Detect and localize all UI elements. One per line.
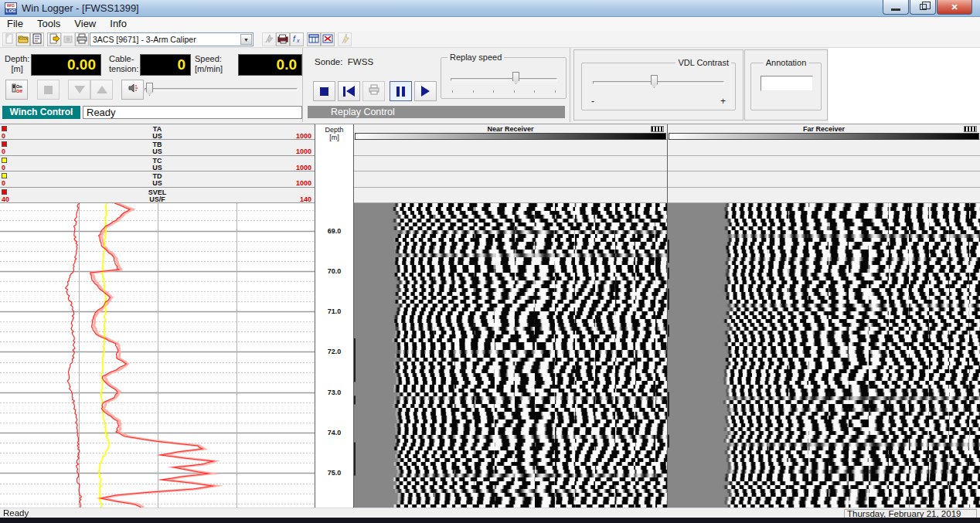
new-file-icon — [4, 33, 15, 46]
app-icon-top: WG — [7, 3, 15, 8]
taskbar-edge — [0, 518, 980, 523]
vdl-contrast-slider[interactable] — [593, 81, 724, 84]
track-header: TA0US1000TB0US1000TC0US1000TD0US1000SVEL… — [0, 124, 315, 203]
menu-tools[interactable]: Tools — [30, 17, 67, 31]
sonde-label: Sonde: FWSS — [315, 57, 373, 66]
far-receiver-panel: Far Receiver — [668, 124, 980, 508]
track-row-svel: SVEL40US/F140 — [0, 188, 315, 203]
log-book-icon — [32, 33, 43, 46]
vdl-contrast-slider-thumb[interactable] — [651, 75, 658, 88]
track-unit: US — [0, 179, 315, 187]
snapshot-button[interactable] — [61, 32, 75, 46]
chevron-down-icon[interactable]: ▼ — [240, 34, 252, 45]
replay-rewind-button[interactable] — [338, 81, 360, 101]
cable-tension-label: Cable-tension: — [109, 54, 139, 74]
track-unit: US — [0, 148, 315, 155]
toolbar: 3ACS [9671] - 3-Arm Caliper ▼ fx — [0, 31, 980, 48]
connect-button[interactable] — [262, 32, 276, 46]
near-receiver-vdl[interactable] — [354, 203, 667, 508]
far-receiver-label: Far Receiver — [668, 125, 980, 133]
near-contrast-gradient — [355, 133, 666, 140]
menu-file[interactable]: File — [0, 17, 30, 31]
track-max: 1000 — [296, 148, 311, 155]
replay-speed-ticks — [452, 90, 556, 93]
title-bar: WG LOG Win Logger - [FWSS1399] ✕ — [0, 0, 980, 17]
svg-text:x: x — [296, 38, 300, 43]
report-view-button[interactable] — [321, 32, 335, 46]
far-receiver-vdl[interactable] — [668, 203, 980, 508]
plotter-button[interactable] — [276, 32, 290, 46]
depth-display: 0.00 — [31, 54, 101, 76]
replay-speed-slider-thumb[interactable] — [512, 72, 519, 84]
curve-track-plot[interactable] — [0, 203, 315, 508]
speed-label: Speed:[m/min] — [195, 54, 223, 74]
formula-button[interactable]: fx — [290, 32, 304, 46]
menu-view[interactable]: View — [67, 17, 103, 31]
replay-pause-button[interactable] — [390, 81, 412, 101]
replay-play-button[interactable] — [414, 81, 437, 101]
svg-text:f: f — [293, 35, 296, 43]
winch-control-panel: Depth:[m] 0.00 Cable-tension: 0 Speed:[m… — [0, 48, 302, 122]
winch-arrow-up-button[interactable] — [90, 80, 113, 100]
annotation-panel: Annotation — [744, 49, 828, 121]
track-row-ta: TA0US1000 — [0, 124, 315, 140]
vdl-plus-label: + — [720, 96, 726, 107]
barcode-icon — [651, 126, 664, 132]
annotation-input[interactable] — [761, 76, 813, 91]
depth-unit: [m] — [315, 134, 353, 141]
tool-selector-value: 3ACS [9671] - 3-Arm Caliper — [93, 33, 196, 46]
printer-button[interactable] — [75, 32, 89, 46]
export-button[interactable] — [47, 32, 61, 46]
near-receiver-panel: Near Receiver — [354, 124, 667, 508]
winch-speaker-button[interactable] — [121, 80, 144, 100]
table-view-button[interactable] — [307, 32, 321, 46]
menu-bar: FileToolsViewInfo — [0, 17, 980, 31]
restore-button[interactable] — [910, 0, 936, 15]
application-window: WG LOG Win Logger - [FWSS1399] ✕ FileToo… — [0, 0, 980, 523]
replay-print-button[interactable] — [362, 81, 385, 101]
power-onoff-icon: OnOff — [12, 83, 22, 97]
run-button[interactable] — [338, 32, 352, 46]
winch-speed-slider-thumb[interactable] — [146, 83, 153, 96]
replay-speed-group: Replay speed — [441, 57, 567, 99]
depth-header: Depth — [315, 126, 353, 134]
winch-arrow-down-button[interactable] — [68, 80, 90, 100]
minimize-button[interactable] — [883, 0, 909, 15]
printer-icon — [77, 33, 87, 46]
speaker-icon — [128, 83, 138, 97]
replay-speed-label: Replay speed — [447, 53, 504, 62]
new-file-button[interactable] — [2, 32, 16, 46]
winch-speed-slider[interactable] — [145, 88, 298, 91]
depth-tick: 70.0 — [315, 267, 353, 275]
rewind-icon — [343, 86, 355, 97]
track-max: 140 — [300, 195, 311, 203]
winch-control-title: Winch Control — [2, 106, 80, 119]
track-max: 1000 — [296, 132, 311, 140]
open-folder-button[interactable] — [16, 32, 30, 46]
svg-text:Off: Off — [16, 89, 22, 93]
run-icon — [339, 33, 350, 46]
formula-icon: fx — [291, 33, 302, 46]
track-unit: US — [0, 164, 315, 172]
speed-display: 0.0 — [238, 54, 302, 76]
track-unit: US — [0, 132, 315, 140]
winch-power-onoff-button[interactable]: OnOff — [5, 80, 28, 100]
menu-info[interactable]: Info — [103, 17, 134, 31]
sonde-value: FWSS — [348, 57, 373, 66]
print-icon — [369, 84, 379, 98]
tool-selector-combobox[interactable]: 3ACS [9671] - 3-Arm Caliper ▼ — [90, 32, 254, 46]
log-book-button[interactable] — [30, 32, 44, 46]
report-view-icon — [322, 33, 333, 46]
status-bar: Ready Thursday, February 21, 2019 — [0, 508, 980, 518]
log-display-area: TA0US1000TB0US1000TC0US1000TD0US1000SVEL… — [0, 124, 980, 508]
depth-tick: 75.0 — [315, 469, 353, 477]
close-button[interactable]: ✕ — [937, 0, 972, 15]
near-receiver-label: Near Receiver — [354, 125, 667, 133]
track-row-tb: TB0US1000 — [0, 140, 315, 155]
depth-tick: 73.0 — [315, 389, 353, 396]
replay-stop-button[interactable] — [313, 81, 335, 101]
table-view-icon — [308, 33, 319, 46]
app-icon: WG LOG — [5, 2, 17, 15]
replay-speed-slider[interactable] — [451, 78, 557, 81]
winch-stop-button[interactable] — [37, 80, 60, 100]
